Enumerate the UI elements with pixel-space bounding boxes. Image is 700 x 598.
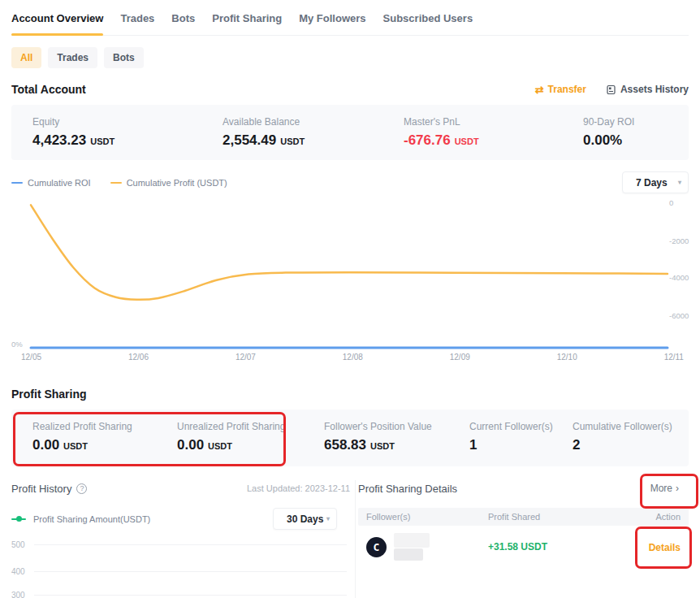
transfer-icon: ⇄	[535, 84, 544, 96]
masters-pnl-stat: Master's PnL -676.76USDT	[404, 116, 583, 160]
last-updated-label: Last Updated: 2023-12-11	[247, 483, 350, 493]
cumulative-chart: 0 -2000 -4000 -6000 0%	[11, 197, 689, 353]
followers-table: Follower(s) Profit Shared Action C +31.5…	[358, 508, 689, 568]
realized-profit-sharing-stat: Realized Profit Sharing 0.00USDT	[32, 421, 177, 466]
legend-profit-sharing-amount[interactable]: Profit Sharing Amount(USDT)	[11, 514, 150, 524]
top-tab-bar: Account Overview Trades Bots Profit Shar…	[11, 0, 689, 36]
profit-history-title: Profit History	[11, 483, 71, 495]
assets-history-button[interactable]: Assets History	[606, 84, 689, 95]
tab-subscribed-users[interactable]: Subscribed Users	[383, 12, 473, 24]
cumulative-chart-canvas	[11, 197, 671, 353]
y-axis-tick: -2000	[669, 236, 689, 245]
green-line-legend-icon	[11, 518, 26, 520]
tab-profit-sharing[interactable]: Profit Sharing	[212, 12, 282, 24]
more-button[interactable]: More ›	[650, 483, 679, 494]
help-icon[interactable]: ?	[76, 483, 87, 494]
profit-legend-dash-icon	[110, 182, 122, 184]
tab-bots[interactable]: Bots	[171, 12, 195, 24]
equity-stat: Equity 4,423.23USDT	[32, 116, 223, 160]
tab-account-overview[interactable]: Account Overview	[11, 12, 103, 24]
tab-my-followers[interactable]: My Followers	[299, 12, 365, 24]
follower-position-value-stat: Follower's Position Value 658.83USDT	[324, 421, 469, 466]
roi-axis-zero-label: 0%	[11, 340, 23, 349]
chart-range-selector[interactable]: 7 Days ▾	[622, 171, 689, 193]
column-action: Action	[616, 512, 681, 522]
profit-sharing-stats-card: Realized Profit Sharing 0.00USDT Unreali…	[11, 410, 689, 466]
history-range-selector[interactable]: 30 Days ▾	[273, 508, 337, 530]
roi-legend-dash-icon	[11, 182, 23, 184]
roi-90day-stat: 90-Day ROI 0.00%	[583, 116, 689, 160]
total-account-title: Total Account	[11, 83, 86, 96]
legend-cumulative-profit[interactable]: Cumulative Profit (USDT)	[110, 178, 227, 188]
y-axis-tick: 0	[669, 198, 673, 207]
table-row: C +31.58 USDT Details	[358, 526, 689, 568]
y-axis-tick: -6000	[669, 311, 689, 320]
filter-bots[interactable]: Bots	[104, 47, 144, 68]
document-icon	[606, 84, 616, 95]
details-button[interactable]: Details	[649, 542, 681, 553]
profit-history-panel: Profit History ? Last Updated: 2023-12-1…	[11, 480, 355, 598]
cumulative-followers-stat: Cumulative Follower(s) 2	[573, 421, 689, 466]
profit-history-chart: 500 400 300	[11, 536, 355, 598]
account-overview-page: Account Overview Trades Bots Profit Shar…	[0, 0, 700, 598]
follower-avatar: C	[366, 537, 387, 557]
unrealized-profit-sharing-stat: Unrealized Profit Sharing 0.00USDT	[177, 421, 324, 466]
profit-shared-value: +31.58 USDT	[488, 541, 616, 552]
type-filter-pills: All Trades Bots	[11, 47, 689, 68]
profit-sharing-details-panel: Profit Sharing Details More › Follower(s…	[355, 480, 689, 598]
filter-all[interactable]: All	[11, 47, 41, 68]
tab-trades[interactable]: Trades	[120, 12, 154, 24]
total-account-stats-card: Equity 4,423.23USDT Available Balance 2,…	[11, 105, 689, 160]
legend-cumulative-roi[interactable]: Cumulative ROI	[11, 178, 91, 188]
y-axis-tick: -4000	[669, 273, 689, 282]
column-profit-shared: Profit Shared	[488, 512, 616, 522]
filter-trades[interactable]: Trades	[48, 47, 97, 68]
profit-sharing-details-title: Profit Sharing Details	[358, 483, 457, 495]
current-followers-stat: Current Follower(s) 1	[469, 421, 573, 466]
follower-name-blurred	[394, 533, 430, 561]
transfer-button[interactable]: ⇄ Transfer	[535, 84, 586, 96]
available-balance-stat: Available Balance 2,554.49USDT	[223, 116, 404, 160]
profit-sharing-title: Profit Sharing	[11, 388, 87, 401]
chevron-down-icon: ▾	[678, 179, 681, 186]
column-followers: Follower(s)	[366, 512, 488, 522]
chevron-right-icon: ›	[676, 483, 679, 494]
x-axis-labels: 12/05 12/06 12/07 12/08 12/09 12/10 12/1…	[21, 353, 684, 362]
chevron-down-icon: ▾	[326, 515, 330, 522]
